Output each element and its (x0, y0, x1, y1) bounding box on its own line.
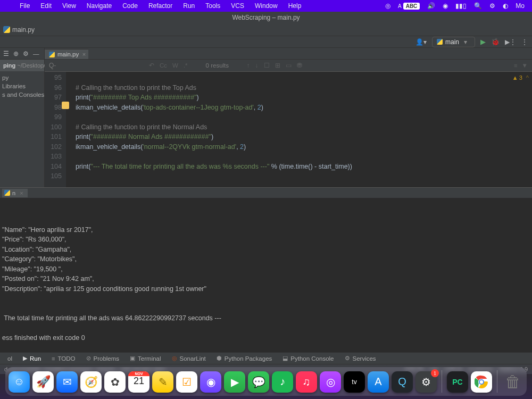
navigation-bar: main.py (0, 23, 532, 36)
menu-window[interactable]: Window (250, 2, 282, 10)
regex-toggle[interactable]: .* (184, 62, 188, 69)
run-button[interactable]: ▶ (480, 38, 486, 46)
project-sidebar: ☰ ⊕ ⚙ — ping ~/Desktop/ py Libraries s a… (0, 48, 45, 187)
project-view-icon[interactable]: ☰ (3, 50, 9, 57)
podcasts-icon[interactable]: ◎ (320, 371, 341, 393)
pycharm-icon[interactable]: PC (447, 371, 468, 393)
run-with-coverage-icon[interactable]: ▶⋮ (505, 38, 516, 46)
python-file-icon (49, 52, 55, 57)
python-icon (4, 190, 10, 196)
notes-icon[interactable]: ✎ (152, 371, 173, 393)
tree-item[interactable]: Libraries (0, 82, 44, 90)
project-crumb[interactable]: ping ~/Desktop/ (0, 60, 44, 71)
photos-icon[interactable]: ✿ (104, 371, 126, 393)
control-center-icon[interactable]: ⚙ (486, 2, 498, 10)
tool-terminal[interactable]: ▣Terminal (126, 355, 165, 362)
system-preferences-icon[interactable]: ⚙1 (415, 371, 437, 393)
calendar-icon[interactable]: NOV 21 (128, 371, 149, 393)
editor-tabs: main.py (45, 48, 532, 60)
words-toggle[interactable]: W (172, 62, 178, 69)
nav-file[interactable]: main.py (12, 26, 35, 34)
find-settings-icon[interactable]: ≡ (514, 62, 518, 69)
prev-occurrence-icon[interactable]: ↶ (149, 62, 154, 69)
tool-todo[interactable]: ≡TODO (47, 355, 79, 362)
add-user-icon[interactable]: 👤▾ (415, 38, 427, 46)
tree-item[interactable]: s and Consoles (0, 90, 44, 99)
menu-code[interactable]: Code (118, 2, 143, 10)
more-run-icon[interactable]: ⋮ (521, 38, 528, 46)
creative-cloud-icon[interactable]: ◎ (382, 2, 394, 10)
menu-file[interactable]: File (15, 2, 35, 10)
wifi-icon[interactable]: ◉ (439, 2, 451, 10)
intention-bulb-icon[interactable] (62, 102, 69, 109)
finder-icon[interactable]: ☺ (9, 371, 30, 393)
play-icon: ▶ (23, 355, 27, 362)
editor-tab-main[interactable]: main.py (45, 49, 88, 59)
messages-icon[interactable]: 💬 (248, 371, 269, 393)
run-tab[interactable]: n × (2, 189, 28, 197)
launchpad-icon[interactable]: 🚀 (32, 371, 54, 393)
project-tree[interactable]: py Libraries s and Consoles (0, 71, 44, 101)
console-output[interactable]: "Name": "Hero aprilia sr 2017", "Price":… (0, 198, 532, 352)
code-content[interactable]: # Calling the function to print the Top … (66, 72, 352, 187)
battery-icon[interactable]: ▮▮▯ (452, 2, 470, 10)
down-arrow-icon[interactable]: ↓ (255, 62, 259, 69)
debug-button[interactable]: 🐞 (491, 38, 500, 46)
menu-help[interactable]: Help (284, 2, 306, 10)
tool-services[interactable]: ⚙Services (340, 355, 380, 362)
spotlight-icon[interactable]: 🔍 (471, 2, 485, 10)
match-case-toggle[interactable]: Cc (160, 62, 167, 69)
spotify-icon[interactable]: ♪ (272, 371, 293, 393)
run-config-selector[interactable]: main ▾ (432, 37, 475, 47)
menu-edit[interactable]: Edit (36, 2, 56, 10)
tree-item[interactable]: py (0, 73, 44, 82)
volume-icon[interactable]: 🔊 (424, 2, 438, 10)
input-source-icon[interactable]: AABC (395, 2, 423, 10)
filter-icon[interactable]: ⛃ (297, 62, 302, 69)
menu-navigate[interactable]: Navigate (82, 2, 117, 10)
tool-sonarlint[interactable]: ◎SonarLint (168, 355, 210, 362)
safari-icon[interactable]: 🧭 (80, 371, 102, 393)
chrome-icon[interactable] (471, 371, 492, 393)
new-selection-icon[interactable]: ⊞ (275, 62, 280, 69)
code-editor[interactable]: ▲ 3 ^ 959697 9899100 101102103 104105 # … (45, 72, 532, 187)
editor: main.py ↶ Cc W .* 0 results ↑ ↓ ☐ ⊞ ▭ ⛃ (45, 48, 532, 187)
inspection-badge[interactable]: ▲ 3 ^ (512, 73, 529, 83)
menu-run[interactable]: Run (178, 2, 200, 10)
toggle-icon[interactable]: ▭ (286, 62, 292, 69)
podcasts-alt-icon[interactable]: ◉ (200, 371, 221, 393)
select-opened-icon[interactable]: ⊕ (13, 50, 19, 57)
collapse-icon[interactable]: — (33, 51, 39, 57)
app-store-icon[interactable]: A (368, 371, 389, 393)
window-titlebar: WebScraping – main.py (0, 12, 532, 23)
tool-run[interactable]: ▶Run (19, 355, 45, 362)
list-icon: ≡ (52, 355, 55, 362)
trash-icon[interactable]: 🗑 (502, 371, 523, 393)
menu-view[interactable]: View (57, 2, 81, 10)
apple-tv-icon[interactable]: tv (344, 371, 365, 393)
siri-icon[interactable]: ◐ (500, 2, 511, 10)
menu-tools[interactable]: Tools (201, 2, 225, 10)
tool-terminal-left[interactable]: ol (3, 355, 16, 362)
tool-problems[interactable]: ⊘Problems (82, 355, 124, 362)
terminal-icon: ▣ (130, 355, 135, 362)
filter-icon[interactable]: ▼ (522, 62, 528, 69)
find-input[interactable] (49, 62, 145, 69)
select-all-icon[interactable]: ☐ (264, 62, 270, 69)
gutter[interactable]: 959697 9899100 101102103 104105 (45, 72, 66, 187)
reminders-icon[interactable]: ☑︎ (176, 371, 197, 393)
up-arrow-icon[interactable]: ↑ (247, 62, 250, 69)
tool-python-packages[interactable]: ⬢Python Packages (212, 355, 277, 362)
user-name[interactable]: Mo (512, 2, 528, 10)
mail-icon[interactable]: ✉︎ (56, 371, 78, 393)
music-icon[interactable]: ♫ (296, 371, 317, 393)
menu-refactor[interactable]: Refactor (144, 2, 177, 10)
settings-icon[interactable]: ⚙ (23, 50, 29, 57)
menu-vcs[interactable]: VCS (226, 2, 249, 10)
python-icon (437, 39, 443, 45)
find-bar: ↶ Cc W .* 0 results ↑ ↓ ☐ ⊞ ▭ ⛃ ≡ ▼ (45, 60, 532, 72)
facetime-icon[interactable]: ▶ (224, 371, 245, 393)
tool-python-console[interactable]: ⬓Python Console (278, 355, 338, 362)
quicktime-icon[interactable]: Q (392, 371, 413, 393)
window-title: WebScraping – main.py (232, 14, 300, 21)
